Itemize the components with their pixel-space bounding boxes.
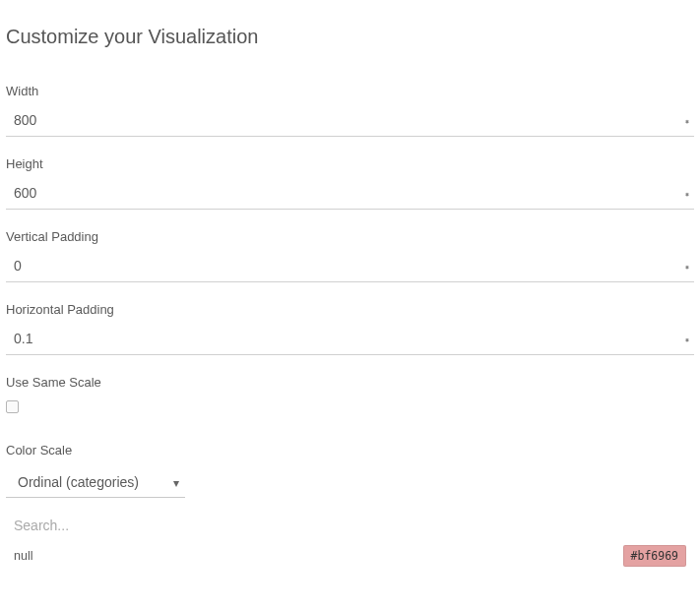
color-list-item[interactable]: null #bf6969 <box>6 541 694 571</box>
use-same-scale-checkbox[interactable] <box>6 400 19 413</box>
caret-down-icon <box>173 473 179 491</box>
width-field: Width <box>6 84 694 137</box>
height-input-wrap <box>6 179 694 210</box>
vertical-padding-input[interactable] <box>6 252 694 281</box>
vertical-padding-stepper[interactable] <box>684 267 690 268</box>
horizontal-padding-field: Horizontal Padding <box>6 302 694 355</box>
color-search-input[interactable] <box>6 510 694 541</box>
height-label: Height <box>6 156 694 179</box>
page-title: Customize your Visualization <box>6 26 694 48</box>
color-item-name: null <box>14 549 32 563</box>
color-scale-field: Color Scale Ordinal (categories) null #b… <box>6 443 694 571</box>
height-stepper[interactable] <box>684 194 690 195</box>
color-chip[interactable]: #bf6969 <box>623 545 686 567</box>
color-scale-select[interactable]: Ordinal (categories) <box>6 467 185 498</box>
width-stepper[interactable] <box>684 121 690 122</box>
horizontal-padding-input-wrap <box>6 325 694 355</box>
width-input-wrap <box>6 106 694 137</box>
width-label: Width <box>6 84 694 106</box>
width-input[interactable] <box>6 106 694 136</box>
use-same-scale-field: Use Same Scale <box>6 375 694 417</box>
height-field: Height <box>6 156 694 210</box>
vertical-padding-field: Vertical Padding <box>6 229 694 282</box>
height-input[interactable] <box>6 179 694 209</box>
vertical-padding-input-wrap <box>6 252 694 282</box>
use-same-scale-label: Use Same Scale <box>6 375 694 397</box>
horizontal-padding-stepper[interactable] <box>684 339 690 340</box>
color-scale-label: Color Scale <box>6 443 694 465</box>
horizontal-padding-label: Horizontal Padding <box>6 302 694 325</box>
color-scale-selected-value: Ordinal (categories) <box>18 474 139 490</box>
horizontal-padding-input[interactable] <box>6 325 694 354</box>
vertical-padding-label: Vertical Padding <box>6 229 694 252</box>
